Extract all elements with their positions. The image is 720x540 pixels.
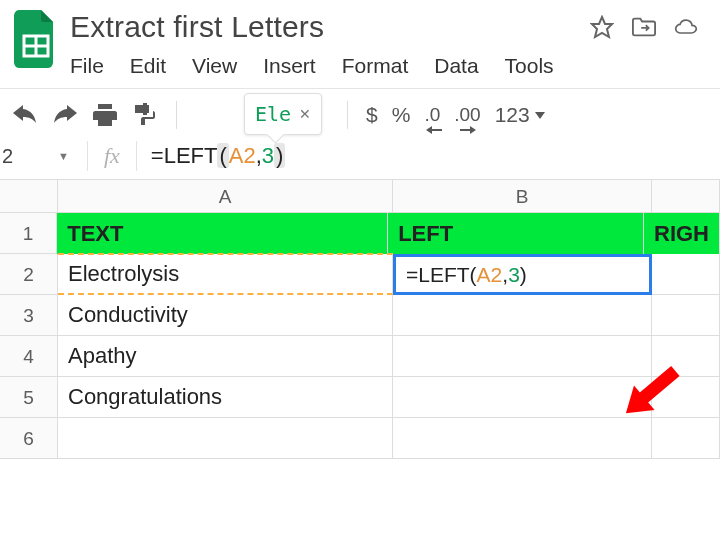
undo-icon[interactable] xyxy=(12,102,38,128)
name-box-dropdown-icon[interactable]: ▼ xyxy=(58,150,69,162)
cell-a3[interactable]: Conductivity xyxy=(58,295,393,336)
decrease-decimal-label: .0 xyxy=(424,104,440,126)
fx-label: fx xyxy=(88,143,136,169)
tooltip-close-icon[interactable]: ✕ xyxy=(299,106,311,122)
title-area: Extract first Letters File Edit View Ins… xyxy=(70,10,706,88)
row-header-5[interactable]: 5 xyxy=(0,377,58,418)
cell-c1[interactable]: RIGH xyxy=(644,213,720,254)
cell-b3[interactable] xyxy=(393,295,652,336)
cell-c3[interactable] xyxy=(652,295,720,336)
toolbar: $ % .0 .00 123 Ele ✕ xyxy=(0,89,720,137)
decrease-decimal-button[interactable]: .0 xyxy=(424,102,440,128)
menu-insert[interactable]: Insert xyxy=(263,54,316,78)
increase-decimal-button[interactable]: .00 xyxy=(454,102,480,128)
cell-b6[interactable] xyxy=(393,418,652,459)
column-header-c[interactable] xyxy=(652,180,720,213)
row-header-2[interactable]: 2 xyxy=(0,254,58,295)
row-header-1[interactable]: 1 xyxy=(0,213,57,254)
redo-icon[interactable] xyxy=(52,102,78,128)
cloud-icon[interactable] xyxy=(674,15,698,39)
column-header-a[interactable]: A xyxy=(58,180,393,213)
formula-input[interactable]: =LEFT(A2,3) xyxy=(137,143,286,169)
document-title[interactable]: Extract first Letters xyxy=(70,10,324,44)
number-format-button[interactable]: 123 xyxy=(495,103,545,127)
increase-decimal-label: .00 xyxy=(454,104,480,126)
sheets-logo xyxy=(14,10,58,68)
row-header-6[interactable]: 6 xyxy=(0,418,58,459)
menu-file[interactable]: File xyxy=(70,54,104,78)
row-header-4[interactable]: 4 xyxy=(0,336,58,377)
cell-a5[interactable]: Congratulations xyxy=(58,377,393,418)
currency-button[interactable]: $ xyxy=(366,103,378,127)
cell-a2[interactable]: Electrolysis xyxy=(58,253,393,295)
star-icon[interactable] xyxy=(590,15,614,39)
cell-b2-selected[interactable]: =LEFT(A2,3) xyxy=(393,254,652,295)
percent-button[interactable]: % xyxy=(392,103,411,127)
cell-b5[interactable] xyxy=(393,377,652,418)
cell-b1[interactable]: LEFT xyxy=(388,213,644,254)
row-header-3[interactable]: 3 xyxy=(0,295,58,336)
menu-tools[interactable]: Tools xyxy=(505,54,554,78)
paint-format-icon[interactable] xyxy=(132,102,158,128)
tooltip-result: Ele xyxy=(255,102,291,126)
svg-marker-5 xyxy=(535,112,545,119)
print-icon[interactable] xyxy=(92,102,118,128)
select-all-corner[interactable] xyxy=(0,180,58,213)
spreadsheet-grid: A B 1 TEXT LEFT RIGH 2 Electrolysis =LEF… xyxy=(0,179,720,459)
cell-a6[interactable] xyxy=(58,418,393,459)
menu-data[interactable]: Data xyxy=(434,54,478,78)
header: Extract first Letters File Edit View Ins… xyxy=(0,0,720,88)
menu-edit[interactable]: Edit xyxy=(130,54,166,78)
cell-b4[interactable] xyxy=(393,336,652,377)
name-box[interactable]: 2 xyxy=(0,145,58,168)
formula-preview-tooltip: Ele ✕ xyxy=(244,93,322,135)
cell-c6[interactable] xyxy=(652,418,720,459)
cell-c2[interactable] xyxy=(652,254,720,295)
menu-bar: File Edit View Insert Format Data Tools xyxy=(70,44,706,88)
menu-format[interactable]: Format xyxy=(342,54,409,78)
number-format-label: 123 xyxy=(495,103,530,127)
column-header-b[interactable]: B xyxy=(393,180,652,213)
cell-a4[interactable]: Apathy xyxy=(58,336,393,377)
svg-marker-3 xyxy=(592,17,612,37)
formula-bar: 2 ▼ fx =LEFT(A2,3) xyxy=(0,137,720,179)
cell-a1[interactable]: TEXT xyxy=(57,213,388,254)
move-icon[interactable] xyxy=(632,15,656,39)
menu-view[interactable]: View xyxy=(192,54,237,78)
cell-c4[interactable] xyxy=(652,336,720,377)
